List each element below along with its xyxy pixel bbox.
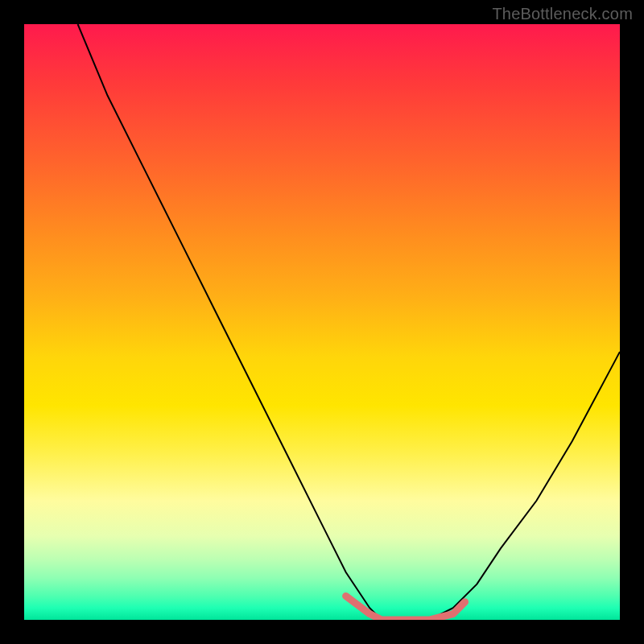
chart-frame: TheBottleneck.com: [0, 0, 644, 644]
attribution-text: TheBottleneck.com: [492, 5, 633, 23]
chart-svg: [24, 24, 620, 620]
bottleneck-curve: [78, 24, 620, 620]
plot-gradient-background: [24, 24, 620, 620]
